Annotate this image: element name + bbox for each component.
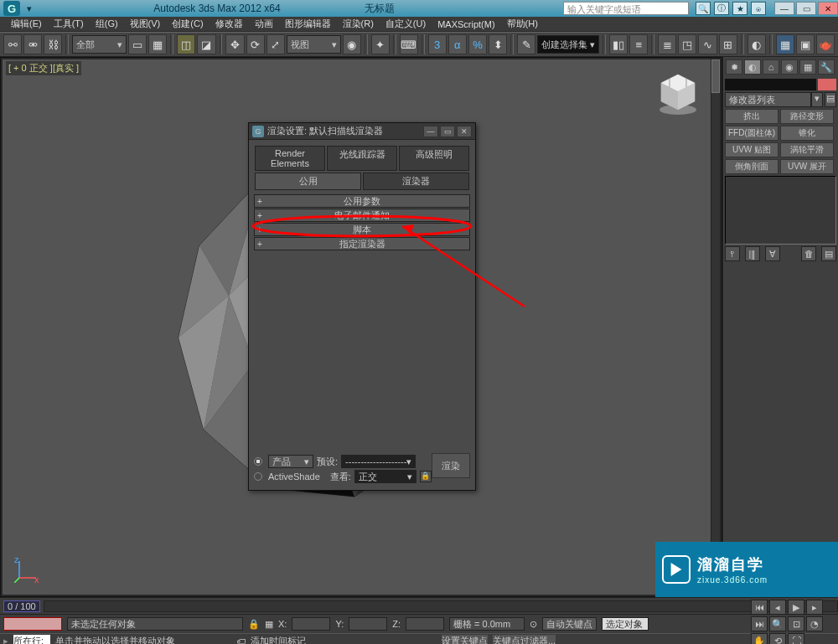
rollout-assign-renderer[interactable]: +指定渲染器 [254,237,470,250]
timeline[interactable]: 0 / 100 [0,598,838,615]
signin-icon[interactable]: ⍟ [751,2,766,15]
curve-editor-icon[interactable]: ∿ [698,34,716,54]
close-button[interactable]: ✕ [818,2,838,15]
bind-icon[interactable]: ⛓ [44,34,62,54]
modifier-stack[interactable] [725,176,836,245]
configure-icon[interactable]: ▤ [821,246,836,261]
help-icon[interactable]: ⓘ [714,2,729,15]
pivot-icon[interactable]: ◉ [343,34,361,54]
ref-coord[interactable]: 视图▾ [287,35,341,54]
vertical-scrollbar[interactable] [711,59,721,584]
tab-modify[interactable]: ◐ [744,59,761,75]
search-icon[interactable]: 🔍 [696,2,711,15]
max-viewport-icon[interactable]: ⛶ [788,633,804,644]
modifier-list-arrow[interactable]: ▾ [811,92,823,107]
object-color[interactable] [818,79,836,90]
maximize-button[interactable]: ▭ [796,2,816,15]
material-editor-icon[interactable]: ◐ [747,34,766,54]
tab-render-elements[interactable]: Render Elements [255,146,325,171]
lock-view-icon[interactable]: 🔒 [420,471,432,482]
script-listener[interactable] [3,617,62,631]
next-frame-icon[interactable]: ▸ [806,600,823,615]
fov-icon[interactable]: ◔ [806,616,823,631]
tab-raytracer[interactable]: 光线跟踪器 [327,146,397,171]
lock-icon[interactable]: 🔒 [248,619,260,630]
menu-tools[interactable]: 工具(T) [48,18,90,30]
menu-modifiers[interactable]: 修改器 [210,18,249,30]
mirror-icon[interactable]: ▮▯ [609,34,628,54]
prev-frame-icon[interactable]: ◂ [769,600,786,615]
keyfilter-button[interactable]: 关键点过滤器... [493,635,556,644]
layers-icon[interactable]: ≣ [658,34,676,54]
link-icon[interactable]: ⚯ [3,34,22,54]
mod-ffd[interactable]: FFD(圆柱体) [725,126,779,141]
minimize-button[interactable]: — [774,2,794,15]
tag-icon[interactable]: 🏷 [236,636,246,645]
menu-create[interactable]: 创建(C) [166,18,209,30]
script-row[interactable]: 所在行: [13,635,50,644]
current-frame[interactable]: 0 / 100 [3,600,40,612]
rotate-icon[interactable]: ⟳ [246,34,265,54]
tab-hierarchy[interactable]: ⌂ [763,59,779,75]
render-setup-icon[interactable]: ▦ [776,34,794,54]
spinner-snap-icon[interactable]: ⬍ [489,34,507,54]
tab-renderer[interactable]: 渲染器 [363,173,469,190]
remove-mod-icon[interactable]: 🗑 [801,246,816,261]
selection-filter[interactable]: 全部▾ [72,35,127,54]
make-unique-icon[interactable]: ∀ [765,246,780,261]
menu-help[interactable]: 帮助(H) [501,18,544,30]
view-dropdown[interactable]: 正交▾ [354,470,416,483]
rollout-email[interactable]: +电子邮件通知 [254,209,470,222]
radio-activeshade[interactable] [254,472,262,481]
time-tag[interactable]: 添加时间标记 [251,635,306,644]
mod-extrude[interactable]: 挤出 [725,109,779,124]
star-icon[interactable]: ★ [732,2,747,15]
dialog-maximize-button[interactable]: ▭ [440,126,455,137]
menu-edit[interactable]: 编辑(E) [5,18,48,30]
select-region-icon[interactable]: ◫ [177,34,195,54]
dialog-close-button[interactable]: ✕ [457,126,472,137]
object-name-field[interactable] [725,79,816,90]
search-input[interactable]: 输入关键字或短语 [563,2,689,15]
pan-icon[interactable]: ✋ [751,633,768,644]
snap-icon[interactable]: 3 [428,34,447,54]
radio-product[interactable] [254,457,262,466]
angle-snap-icon[interactable]: α [448,34,467,54]
tab-adv-lighting[interactable]: 高级照明 [399,146,469,171]
menu-group[interactable]: 组(G) [90,18,124,30]
goto-start-icon[interactable]: ⏮ [751,600,768,615]
tab-display[interactable]: ▦ [799,59,816,75]
autokey-button[interactable]: 自动关键点 [542,617,597,631]
tab-utilities[interactable]: 🔧 [818,59,835,75]
pin-stack-icon[interactable]: ⫯ [725,246,740,261]
x-field[interactable] [292,617,330,631]
render-frame-icon[interactable]: ▣ [796,34,815,54]
schematic-icon[interactable]: ⊞ [719,34,737,54]
render-icon[interactable]: 🫖 [816,34,835,54]
dialog-minimize-button[interactable]: — [423,126,438,137]
play-icon[interactable]: ▶ [788,600,804,615]
window-crossing-icon[interactable]: ◪ [197,34,215,54]
move-icon[interactable]: ✥ [225,34,244,54]
unlink-icon[interactable]: ⚮ [23,34,42,54]
preset-dropdown[interactable]: --------------------▾ [341,455,416,468]
mod-taper[interactable]: 锥化 [780,126,834,141]
menu-graph[interactable]: 图形编辑器 [279,18,337,30]
menu-view[interactable]: 视图(V) [124,18,167,30]
select-name-icon[interactable]: ▦ [148,34,167,54]
align-icon[interactable]: ≡ [629,34,648,54]
goto-end-icon[interactable]: ⏭ [751,616,768,631]
mod-pathdeform[interactable]: 路径变形 [780,109,834,124]
mod-uvwunwrap[interactable]: UVW 展开 [780,159,834,174]
keyboard-shortcut-icon[interactable]: ⌨ [400,34,418,54]
tab-common[interactable]: 公用 [255,173,361,190]
select-manipulate-icon[interactable]: ✦ [371,34,390,54]
menu-customize[interactable]: 自定义(U) [380,18,432,30]
named-selection[interactable]: 创建选择集▾ [537,35,599,54]
menu-animation[interactable]: 动画 [249,18,279,30]
scale-icon[interactable]: ⤢ [266,34,285,54]
select-icon[interactable]: ▭ [128,34,147,54]
mod-turbosmooth[interactable]: 涡轮平滑 [780,142,834,157]
orbit-icon[interactable]: ⟲ [769,633,786,644]
z-field[interactable] [406,617,444,631]
